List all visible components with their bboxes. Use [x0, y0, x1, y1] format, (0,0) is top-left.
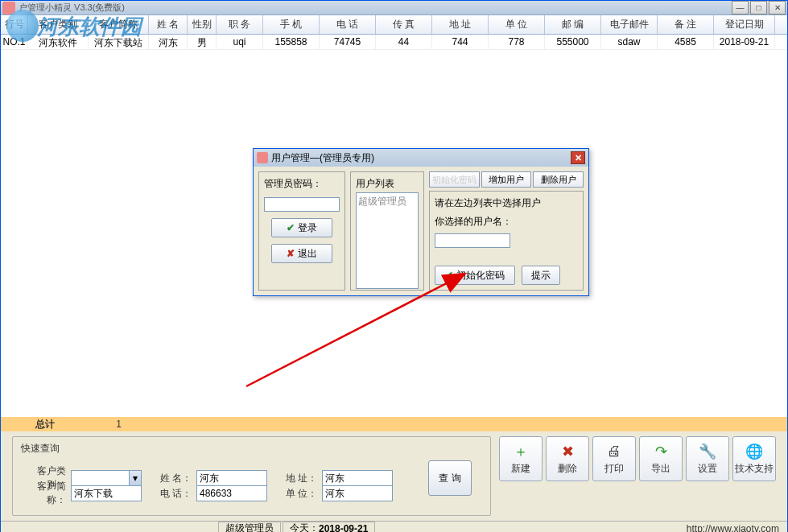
col-header[interactable]: 登记日期: [714, 15, 775, 34]
cell[interactable]: NO.1: [1, 35, 28, 49]
col-header[interactable]: 职 务: [217, 15, 263, 34]
cell[interactable]: 河东下载站: [89, 35, 149, 49]
col-header[interactable]: 电子邮件: [601, 15, 658, 34]
x-icon: ✘: [287, 248, 295, 259]
cell[interactable]: 555000: [545, 35, 601, 49]
unit-label: 单 位：: [272, 487, 317, 501]
cell[interactable]: 744: [432, 35, 489, 49]
bottom-panel: 快速查询 客户类别： ▾ 姓 名： 地 址： 查 询 客户简称： 电 话：: [1, 431, 787, 521]
col-header[interactable]: 地 址: [432, 15, 489, 34]
quick-search: 快速查询 客户类别： ▾ 姓 名： 地 址： 查 询 客户简称： 电 话：: [12, 436, 491, 516]
col-header[interactable]: 行号: [1, 15, 28, 34]
col-header[interactable]: 客户简称: [89, 15, 149, 34]
window-title: 户管理小精灵 V3.3(免费版): [19, 2, 732, 14]
tool-icon: ✖: [559, 443, 576, 460]
exit-button[interactable]: ✘退出: [271, 244, 332, 263]
tel-input[interactable]: [196, 485, 267, 501]
tool-删除[interactable]: ✖删除: [546, 436, 589, 481]
tool-icon: 🌐: [745, 443, 763, 460]
short-label: 客户简称：: [21, 480, 66, 507]
tool-导出[interactable]: ↷导出: [639, 436, 683, 481]
dialog-titlebar[interactable]: 用户管理—(管理员专用) ✕: [254, 149, 588, 167]
dialog-icon: [257, 152, 268, 163]
tab-del-user[interactable]: 删除用户: [533, 171, 584, 188]
col-header[interactable]: 电 话: [320, 15, 376, 34]
table-row[interactable]: NO.1河东软件河东下载站河东男uqi155858747454474477855…: [1, 35, 787, 50]
tool-icon: 🔧: [699, 443, 716, 460]
col-header[interactable]: 单 位: [489, 15, 545, 34]
selected-label: 你选择的用户名：: [435, 215, 578, 229]
status-user: 超级管理员: [218, 522, 281, 532]
cell[interactable]: uqi: [217, 35, 263, 49]
login-button[interactable]: ✔登录: [271, 218, 332, 237]
hint-text: 请在左边列表中选择用户: [435, 196, 578, 210]
tool-icon: 🖨: [605, 443, 623, 460]
login-panel: 管理员密码： ✔登录 ✘退出: [258, 171, 345, 291]
cell[interactable]: 74745: [320, 35, 376, 49]
cell[interactable]: 河东软件: [28, 35, 89, 49]
col-header[interactable]: 手 机: [263, 15, 320, 34]
max-button[interactable]: □: [750, 1, 767, 14]
col-header[interactable]: 邮 编: [545, 15, 601, 34]
action-panel: 初始化密码 增加用户 删除用户 请在左边列表中选择用户 你选择的用户名： ✔初始…: [429, 171, 584, 291]
cell[interactable]: 2018-09-21: [714, 35, 775, 49]
tab-add-user[interactable]: 增加用户: [481, 171, 532, 188]
cell[interactable]: 男: [188, 35, 217, 49]
cell[interactable]: 河东: [149, 35, 188, 49]
check-icon: ✔: [287, 222, 295, 233]
cell[interactable]: 44: [376, 35, 432, 49]
tool-新建[interactable]: ＋新建: [499, 436, 543, 481]
check-icon: ✔: [445, 270, 453, 281]
short-input[interactable]: [71, 485, 142, 501]
total-label: 总计: [1, 418, 89, 431]
status-bar: 超级管理员 今天：2018-09-21 http://www.xiaotv.co…: [1, 521, 787, 532]
tab-init-pwd[interactable]: 初始化密码: [429, 171, 480, 188]
close-button[interactable]: ✕: [769, 1, 786, 14]
admin-pwd-label: 管理员密码：: [264, 177, 322, 191]
tool-打印[interactable]: 🖨打印: [592, 436, 636, 481]
cell[interactable]: 778: [489, 35, 545, 49]
tool-技术支持[interactable]: 🌐技术支持: [732, 436, 776, 481]
userlist-title: 用户列表: [356, 177, 419, 191]
dialog-title: 用户管理—(管理员专用): [271, 151, 571, 165]
col-header[interactable]: 姓 名: [149, 15, 188, 34]
cell[interactable]: sdaw: [601, 35, 658, 49]
init-pwd-button[interactable]: ✔初始化密码: [435, 266, 515, 285]
admin-pwd-input[interactable]: [264, 197, 340, 212]
search-title: 快速查询: [21, 442, 482, 456]
action-toolbar: ＋新建✖删除🖨打印↷导出🔧设置🌐技术支持: [499, 436, 776, 481]
unit-input[interactable]: [322, 485, 393, 501]
titlebar[interactable]: 户管理小精灵 V3.3(免费版) — □ ✕: [1, 1, 787, 15]
dialog-close-button[interactable]: ✕: [571, 151, 585, 164]
col-header[interactable]: 备 注: [658, 15, 714, 34]
tool-icon: ↷: [652, 443, 670, 460]
total-count: 1: [89, 419, 149, 430]
tool-设置[interactable]: 🔧设置: [686, 436, 729, 481]
hint-button[interactable]: 提示: [522, 266, 560, 285]
grid-footer: 总计 1: [1, 417, 787, 431]
app-icon: [2, 2, 15, 14]
status-date: 今天：2018-09-21: [283, 522, 375, 532]
col-header[interactable]: 性别: [188, 15, 217, 34]
user-manage-dialog[interactable]: 用户管理—(管理员专用) ✕ 管理员密码： ✔登录 ✘退出 用户列表 超级管理员…: [253, 148, 589, 296]
cell[interactable]: 4585: [658, 35, 714, 49]
user-list-panel: 用户列表 超级管理员: [350, 171, 424, 291]
user-listbox[interactable]: 超级管理员: [356, 192, 419, 289]
tel-label: 电 话：: [146, 487, 192, 501]
col-header[interactable]: 传 真: [376, 15, 432, 34]
min-button[interactable]: —: [732, 1, 749, 14]
status-url[interactable]: http://www.xiaotv.com: [687, 523, 787, 533]
selected-user-input[interactable]: [435, 233, 510, 248]
col-header[interactable]: 客户类别: [28, 15, 89, 34]
cell[interactable]: 155858: [263, 35, 320, 49]
tool-icon: ＋: [512, 443, 530, 460]
grid-header: 行号客户类别客户简称姓 名性别职 务手 机电 话传 真地 址单 位邮 编电子邮件…: [1, 15, 787, 35]
